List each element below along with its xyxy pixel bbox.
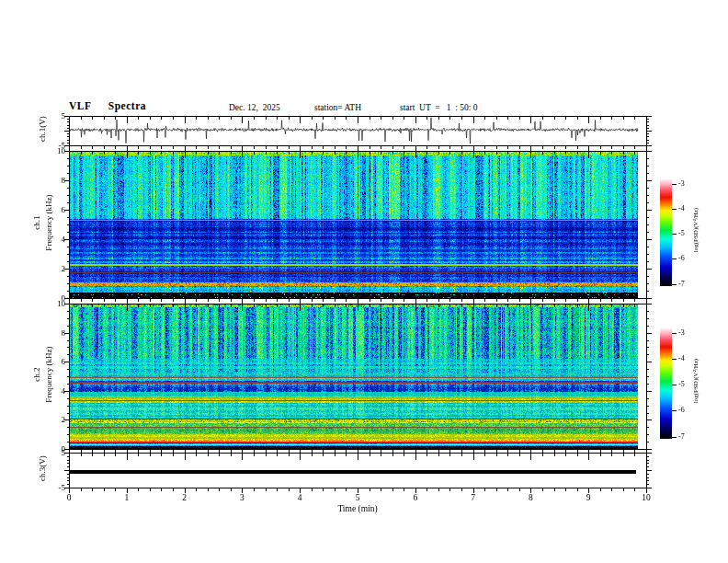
ch1_spect-ytick-6: 6: [38, 205, 65, 214]
ch1_wave-ytick-5: 5: [38, 111, 65, 121]
colorbar2-tickmark: [672, 437, 677, 438]
colorbar2-tick--3: -3: [678, 328, 685, 337]
ch2_spect-ytick-4: 4: [38, 386, 65, 396]
colorbar2-tickmark: [672, 385, 677, 385]
ch1_spect-ytick-8: 8: [38, 176, 65, 185]
colorbar2-tick--5: -5: [678, 380, 685, 388]
colorbar2-tick--7: -7: [678, 432, 685, 441]
time-tick-8: 8: [519, 493, 541, 502]
ch3-waveform-plot: [69, 453, 646, 488]
ch2_spect-ytick-8: 8: [38, 328, 65, 338]
start-ut-label: start UT = 1 : 50: 0: [400, 103, 478, 112]
time-tick-7: 7: [462, 493, 484, 502]
colorbar1-tickmark: [672, 259, 677, 259]
ch1_spect-ytick-10: 10: [38, 146, 65, 155]
ch1-spectrogram: [69, 151, 646, 298]
colorbar1-tick--5: -5: [678, 229, 685, 237]
colorbar1-tick--6: -6: [678, 254, 685, 262]
colorbar2-tickmark: [672, 359, 677, 360]
station-label: station= ATH: [314, 103, 361, 112]
figure-title: VLF Spectra: [69, 100, 146, 111]
ch2_spect-ytick-2: 2: [38, 415, 65, 424]
colorbar1-tick--7: -7: [678, 280, 685, 288]
time-tick-3: 3: [231, 493, 253, 502]
colorbar2-tick--4: -4: [678, 354, 685, 362]
colorbar1-tickmark: [672, 209, 677, 210]
colorbar1-tickmark: [672, 284, 677, 285]
time-tick-6: 6: [404, 493, 427, 502]
colorbar1-tickmark: [672, 234, 677, 235]
time-axis-label: Time (min): [312, 504, 404, 513]
ch2-colorbar-label: log(PSD)(V²/Hz): [692, 339, 700, 422]
time-tick-10: 10: [635, 493, 657, 502]
ch2-spectrogram: [69, 304, 646, 449]
ch1_spect-ytick-4: 4: [38, 235, 65, 244]
date-label: Dec. 12, 2025: [229, 103, 280, 112]
ch3_wave-ytick--5: -5: [38, 483, 65, 492]
time-tick-0: 0: [58, 493, 80, 502]
time-tick-2: 2: [174, 493, 196, 502]
colorbar1-tick--3: -3: [678, 179, 685, 188]
colorbar2-tick--6: -6: [678, 406, 685, 414]
time-tick-1: 1: [116, 493, 138, 502]
colorbar1-tick--4: -4: [678, 204, 685, 213]
ch2_spect-ytick-6: 6: [38, 357, 65, 366]
time-tick-4: 4: [289, 493, 311, 502]
colorbar2-tickmark: [672, 333, 677, 334]
time-tick-5: 5: [347, 493, 369, 502]
ch2-colorbar: [660, 328, 672, 439]
ch3_wave-ytick-5: 5: [38, 448, 65, 457]
ch2_spect-ytick-10: 10: [38, 299, 65, 308]
colorbar2-tickmark: [672, 410, 677, 411]
ch1-waveform-plot: [69, 116, 646, 145]
ch1-colorbar: [660, 179, 672, 286]
vlf-spectra-figure: VLF Spectra Dec. 12, 2025 station= ATH s…: [0, 0, 728, 563]
ch1_spect-ytick-2: 2: [38, 264, 65, 273]
colorbar1-tickmark: [672, 184, 677, 185]
time-tick-9: 9: [577, 493, 599, 502]
ch1-colorbar-label: log(PSD)(V²/Hz): [692, 189, 700, 271]
